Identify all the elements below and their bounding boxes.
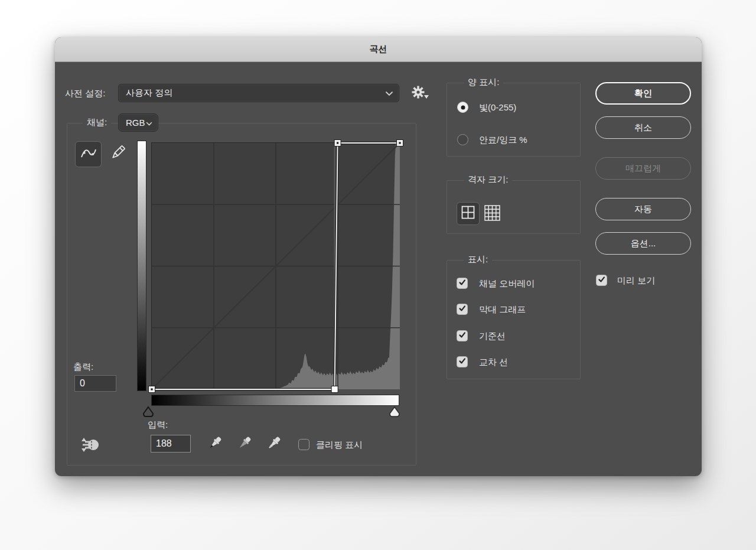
dialog-title: 곡선 xyxy=(370,44,387,55)
curve-point-tool-icon xyxy=(79,145,98,163)
channel-value: RGB xyxy=(126,118,145,128)
coarse-grid-icon xyxy=(461,206,475,222)
channel-select[interactable]: RGB xyxy=(118,113,158,132)
amount-display-group: 양 표시: 빛(0-255) 안료/잉크 % xyxy=(447,83,581,157)
black-point-eyedropper-button[interactable] xyxy=(206,435,224,454)
chevron-down-icon xyxy=(146,118,152,128)
channel-label: 채널: xyxy=(83,117,111,128)
radio-light-0-255[interactable] xyxy=(457,102,468,113)
preset-label: 사전 설정: xyxy=(65,88,105,99)
white-eyedropper-icon xyxy=(266,435,282,454)
channel-overlays-label[interactable]: 채널 오버레이 xyxy=(479,278,535,289)
show-group-title: 표시: xyxy=(464,254,492,265)
preset-select[interactable]: 사용자 정의 xyxy=(118,84,399,102)
grid-size-group: 격자 크기: xyxy=(447,180,581,234)
input-label: 입력: xyxy=(148,419,168,431)
draw-curve-pencil-button[interactable] xyxy=(107,144,128,165)
intersection-line-label[interactable]: 교차 선 xyxy=(479,357,508,368)
checkmark-icon xyxy=(458,356,467,367)
show-options-group: 표시: 채널 오버레이 막대 그래프 기준선 교차 선 xyxy=(447,260,581,379)
options-button[interactable]: 옵션... xyxy=(595,232,691,255)
smooth-button[interactable]: 매끄럽게 xyxy=(595,157,691,180)
checkmark-icon xyxy=(458,278,467,289)
amount-group-title: 양 표시: xyxy=(464,77,503,88)
show-clipping-checkbox[interactable] xyxy=(298,439,309,450)
histogram-checkbox[interactable] xyxy=(457,304,468,315)
dialog-titlebar[interactable]: 곡선 xyxy=(55,37,702,62)
grid-size-title: 격자 크기: xyxy=(464,174,512,185)
preset-value: 사용자 정의 xyxy=(126,87,172,99)
targeted-adjustment-tool-button[interactable] xyxy=(80,437,100,455)
radio-pigment-label[interactable]: 안료/잉크 % xyxy=(479,135,527,146)
gear-icon xyxy=(411,85,425,102)
curve-point-selected xyxy=(331,386,338,393)
gray-point-eyedropper-button[interactable] xyxy=(236,435,253,454)
show-clipping-label: 클리핑 표시 xyxy=(316,440,363,451)
ok-button[interactable]: 확인 xyxy=(595,82,691,105)
checkmark-icon xyxy=(597,275,606,286)
baseline-checkbox[interactable] xyxy=(457,330,468,341)
input-gradient-bar xyxy=(151,395,399,406)
fine-grid-button[interactable] xyxy=(483,205,501,223)
preset-options-button[interactable] xyxy=(409,84,431,102)
output-value-input[interactable] xyxy=(74,375,116,392)
input-value-input[interactable] xyxy=(151,435,191,453)
radio-pigment-ink[interactable] xyxy=(457,134,468,145)
checkmark-icon xyxy=(458,304,467,315)
intersection-line-checkbox[interactable] xyxy=(457,356,468,367)
gray-eyedropper-icon xyxy=(236,435,253,454)
edit-points-tool-button[interactable] xyxy=(75,141,102,167)
checkmark-icon xyxy=(458,330,467,341)
output-label: 출력: xyxy=(73,362,93,373)
pencil-icon xyxy=(107,143,128,165)
chevron-down-icon xyxy=(385,88,393,98)
gear-menu-arrow-icon xyxy=(424,95,429,99)
output-gradient-bar xyxy=(137,141,146,391)
preview-label[interactable]: 미리 보기 xyxy=(617,275,655,287)
curves-dialog: 곡선 사전 설정: 사용자 정의 xyxy=(55,37,702,476)
preview-checkbox[interactable] xyxy=(596,275,607,286)
targeted-adjustment-icon xyxy=(81,436,100,456)
auto-button[interactable]: 자동 xyxy=(595,198,691,220)
coarse-grid-button[interactable] xyxy=(457,202,480,225)
baseline-label[interactable]: 기준선 xyxy=(479,331,506,342)
channel-overlays-checkbox[interactable] xyxy=(457,278,468,289)
curve-chart[interactable] xyxy=(151,142,399,389)
white-point-eyedropper-button[interactable] xyxy=(265,435,283,454)
histogram-label[interactable]: 막대 그래프 xyxy=(479,304,526,315)
radio-light-label[interactable]: 빛(0-255) xyxy=(479,102,516,113)
highlight-input-slider[interactable] xyxy=(388,406,401,418)
black-eyedropper-icon xyxy=(207,435,223,454)
shadow-input-slider[interactable] xyxy=(142,406,155,418)
cancel-button[interactable]: 취소 xyxy=(595,116,691,139)
fine-grid-icon xyxy=(484,205,500,223)
